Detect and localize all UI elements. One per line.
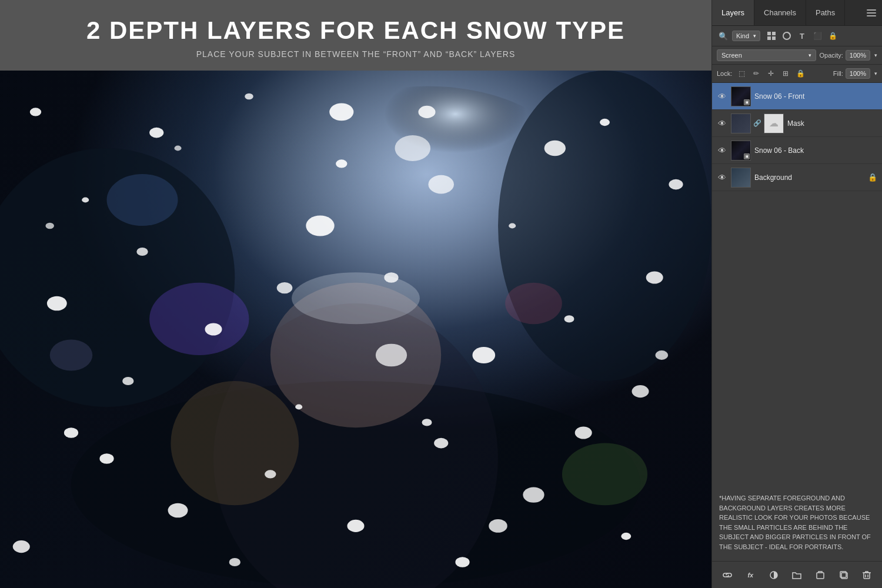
lock-transparent-icon[interactable]: ⬚ [736,68,747,79]
layer-item[interactable]: 👁 ▣ Snow 06 - Back [712,137,882,164]
trash-icon [862,570,871,580]
fill-chevron-icon: ▾ [874,71,877,76]
layer-item[interactable]: 👁 ▣ Snow 06 - Front [712,83,882,110]
info-text-area: *HAVING SEPARATE FOREGROUND AND BACKGROU… [712,484,882,561]
header-title: 2 DEPTH LAYERS FOR EACH SNOW TYPE [24,16,688,45]
header-subtitle: PLACE YOUR SUBJECT IN BETWEEN THE “FRONT… [24,49,688,59]
smart-object-icon: ▣ [744,99,750,105]
svg-rect-60 [767,32,771,35]
filter-icons-group: T ⬛ 🔒 [765,29,839,42]
filter-text-icon[interactable]: T [796,29,808,42]
layer-visibility-toggle[interactable]: 👁 [717,172,727,183]
delete-layer-button[interactable] [859,567,874,583]
svg-rect-59 [867,15,876,16]
layers-list: 👁 ▣ Snow 06 - Front 👁 🔗 ☁ Mask 👁 ▣ [712,83,882,484]
mask-thumbnail: ☁ [764,113,784,133]
fill-value[interactable]: 100% [846,68,870,79]
svg-rect-61 [772,32,776,35]
blend-mode-dropdown[interactable]: Screen ▾ [717,49,816,61]
cloud-icon: ☁ [769,118,779,129]
duplicate-icon [839,570,848,580]
duplicate-layer-button[interactable] [836,567,851,583]
layer-item[interactable]: 👁 Background 🔒 [712,164,882,191]
tab-channels[interactable]: Channels [754,0,806,25]
layer-label: Mask [787,119,877,128]
new-group-button[interactable] [789,567,804,583]
blend-row: Screen ▾ Opacity: 100% ▾ [712,46,882,65]
hamburger-icon [867,8,876,18]
opacity-value[interactable]: 100% [846,50,870,61]
layer-label: Snow 06 - Back [754,146,877,155]
layer-thumbnail: ▣ [731,141,751,161]
layer-item[interactable]: 👁 🔗 ☁ Mask [712,110,882,137]
new-layer-button[interactable] [813,567,828,583]
image-area [0,71,711,588]
layer-visibility-toggle[interactable]: 👁 [717,145,727,156]
main-area: 2 DEPTH LAYERS FOR EACH SNOW TYPE PLACE … [0,0,711,588]
new-fill-adjustment-button[interactable] [766,567,781,583]
lock-pixels-icon[interactable]: ✏ [750,68,762,79]
link-layer-button[interactable] [720,567,735,583]
svg-rect-57 [867,9,876,11]
tab-paths[interactable]: Paths [806,0,845,25]
fill-group: Fill: 100% ▾ [833,68,877,79]
opacity-group: Opacity: 100% ▾ [820,50,878,61]
lock-all-icon[interactable]: 🔒 [794,68,806,79]
lock-artboard-icon[interactable]: ⊞ [780,68,791,79]
tabs-menu-icon[interactable] [861,0,882,25]
lock-icons-group: ⬚ ✏ ✛ ⊞ 🔒 [736,68,806,79]
bottom-toolbar: fx [712,561,882,588]
layer-label: Snow 06 - Front [754,92,877,101]
opacity-chevron-icon: ▾ [874,52,877,58]
panels-container: Layers Channels Paths 🔍 Kind ▾ [711,0,882,588]
new-layer-icon [816,570,825,580]
info-text: *HAVING SEPARATE FOREGROUND AND BACKGROU… [719,495,871,550]
image-background [0,71,711,588]
tab-layers[interactable]: Layers [712,0,754,25]
lock-row: Lock: ⬚ ✏ ✛ ⊞ 🔒 Fill: 100% ▾ [712,65,882,83]
layer-thumbnail [731,113,751,133]
svg-rect-63 [772,36,776,40]
filter-search-icon[interactable]: 🔍 [717,29,730,42]
kind-chevron-icon: ▾ [753,33,756,39]
svg-rect-58 [867,12,876,14]
filter-adjust-icon[interactable] [780,29,793,42]
filter-row: 🔍 Kind ▾ T ⬛ 🔒 [712,26,882,46]
filter-smart-icon[interactable]: 🔒 [826,29,839,42]
mask-chain-icon: 🔗 [752,113,763,133]
smart-object-icon: ▣ [744,153,750,159]
layer-label: Background [754,173,864,182]
layer-visibility-toggle[interactable]: 👁 [717,118,727,129]
filter-kind-dropdown[interactable]: Kind ▾ [732,31,760,41]
link-icon [723,570,732,580]
filter-shape-icon[interactable]: ⬛ [811,29,824,42]
header-banner: 2 DEPTH LAYERS FOR EACH SNOW TYPE PLACE … [0,0,711,71]
layer-visibility-toggle[interactable]: 👁 [717,91,727,102]
layer-lock-icon: 🔒 [868,173,877,182]
svg-rect-69 [864,573,870,579]
blend-chevron-icon: ▾ [808,52,811,58]
layer-thumbnail: ▣ [731,86,751,106]
filter-pixel-icon[interactable] [765,29,778,42]
lock-position-icon[interactable]: ✛ [765,68,777,79]
tabs-bar: Layers Channels Paths [712,0,882,26]
svg-rect-62 [767,36,771,40]
folder-icon [792,570,801,580]
new-fill-icon [769,570,779,580]
mask-thumbnails: 🔗 ☁ [731,113,784,133]
svg-rect-66 [817,573,824,579]
fx-button[interactable]: fx [743,567,758,583]
layer-thumbnail [731,168,751,188]
